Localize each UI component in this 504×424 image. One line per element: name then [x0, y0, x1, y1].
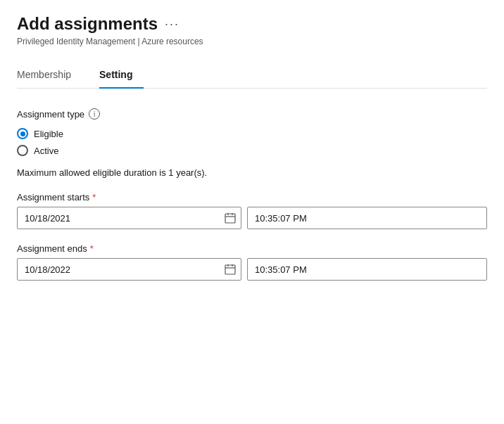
setting-form: Assignment type i Eligible Active Maximu… — [17, 108, 487, 281]
assignment-type-section: Assignment type i Eligible Active — [17, 108, 487, 156]
svg-rect-4 — [225, 265, 235, 274]
radio-eligible[interactable]: Eligible — [17, 128, 487, 139]
assignment-starts-group: Assignment starts * — [17, 192, 487, 229]
assignment-starts-required: * — [92, 192, 96, 203]
more-menu-icon[interactable]: ··· — [165, 17, 179, 32]
assignment-ends-label: Assignment ends * — [17, 243, 487, 254]
radio-eligible-indicator — [17, 128, 28, 139]
assignment-starts-date-wrapper — [17, 207, 241, 229]
assignment-ends-group: Assignment ends * — [17, 243, 487, 281]
notice-text: Maximum allowed eligible duration is 1 y… — [17, 167, 487, 178]
breadcrumb: Privileged Identity Management | Azure r… — [17, 37, 487, 46]
tab-membership[interactable]: Membership — [17, 63, 82, 89]
assignment-starts-inputs — [17, 207, 487, 229]
radio-active-indicator — [17, 145, 28, 156]
assignment-ends-time-input[interactable] — [247, 258, 487, 281]
assignment-ends-required: * — [90, 243, 94, 254]
assignment-starts-time-input[interactable] — [247, 207, 487, 229]
radio-active-label: Active — [34, 146, 58, 156]
assignment-ends-inputs — [17, 258, 487, 281]
assignment-starts-calendar-icon[interactable] — [225, 212, 236, 224]
svg-rect-0 — [225, 214, 235, 223]
assignment-ends-date-wrapper — [17, 258, 241, 281]
assignment-ends-date-input[interactable] — [17, 258, 241, 281]
tabs-container: Membership Setting — [17, 63, 487, 89]
radio-active[interactable]: Active — [17, 145, 487, 156]
tab-setting[interactable]: Setting — [99, 63, 144, 89]
assignment-type-info-icon[interactable]: i — [89, 108, 100, 120]
assignment-ends-calendar-icon[interactable] — [225, 264, 236, 275]
assignment-starts-label: Assignment starts * — [17, 192, 487, 203]
radio-group: Eligible Active — [17, 128, 487, 156]
assignment-type-label: Assignment type i — [17, 108, 487, 120]
assignment-starts-date-input[interactable] — [17, 207, 241, 229]
page-title: Add assignments — [17, 14, 158, 34]
radio-eligible-label: Eligible — [34, 129, 63, 139]
header-section: Add assignments ··· — [17, 14, 487, 34]
